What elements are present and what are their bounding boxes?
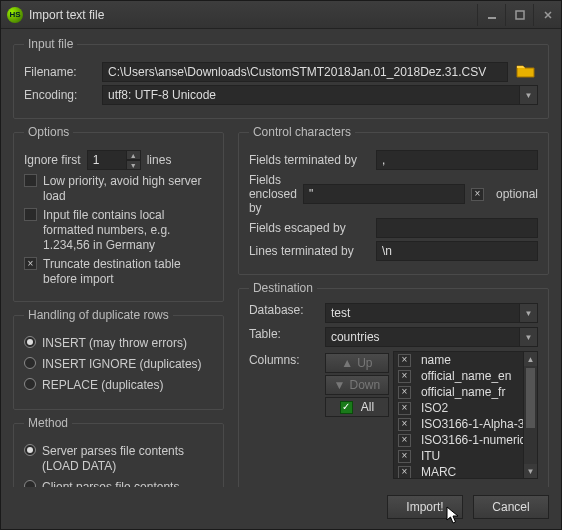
up-arrow-icon: ▲ [341, 356, 353, 370]
method-server-label: Server parses file contents (LOAD DATA) [42, 444, 213, 474]
window-title: Import text file [29, 8, 477, 22]
close-button[interactable] [533, 4, 561, 26]
lines-term-input[interactable] [376, 241, 538, 261]
fields-encl-input[interactable] [303, 184, 465, 204]
control-chars-group: Control characters Fields terminated by … [238, 125, 549, 275]
input-file-group: Input file Filename: Encoding: ▼ [13, 37, 549, 119]
titlebar[interactable]: HS Import text file [1, 1, 561, 29]
cancel-button[interactable]: Cancel [473, 495, 549, 519]
truncate-checkbox[interactable] [24, 257, 37, 270]
input-file-legend: Input file [24, 37, 77, 51]
table-label: Table: [249, 327, 319, 341]
dup-insert-radio[interactable] [24, 336, 36, 348]
method-legend: Method [24, 416, 72, 430]
import-button[interactable]: Import! [387, 495, 463, 519]
database-label: Database: [249, 303, 319, 317]
list-item: ISO2 [394, 400, 537, 416]
destination-legend: Destination [249, 281, 317, 295]
database-dropdown-icon[interactable]: ▼ [520, 303, 538, 323]
minimize-button[interactable] [477, 4, 505, 26]
fields-esc-input[interactable] [376, 218, 538, 238]
options-group: Options Ignore first ▲ ▼ lines [13, 125, 224, 302]
database-select[interactable] [325, 303, 520, 323]
scroll-thumb[interactable] [526, 368, 535, 428]
low-priority-checkbox[interactable] [24, 174, 37, 187]
truncate-label: Truncate destination table before import [43, 257, 213, 287]
ignore-first-input[interactable] [87, 150, 127, 170]
duplicates-group: Handling of duplicate rows INSERT (may t… [13, 308, 224, 410]
encoding-dropdown-icon[interactable]: ▼ [520, 85, 538, 105]
table-dropdown-icon[interactable]: ▼ [520, 327, 538, 347]
lines-label: lines [147, 153, 172, 167]
list-item: ISO3166-1-numeric [394, 432, 537, 448]
down-button[interactable]: ▼Down [325, 375, 389, 395]
columns-scrollbar[interactable]: ▲ ▼ [523, 352, 537, 478]
destination-group: Destination Database: ▼ Table: ▼ Columns… [238, 281, 549, 487]
fields-term-label: Fields terminated by [249, 153, 370, 167]
list-item: official_name_en [394, 368, 537, 384]
low-priority-label: Low priority, avoid high server load [43, 174, 213, 204]
options-legend: Options [24, 125, 73, 139]
method-group: Method Server parses file contents (LOAD… [13, 416, 224, 487]
method-server-radio[interactable] [24, 444, 36, 456]
fields-esc-label: Fields escaped by [249, 221, 370, 235]
columns-label: Columns: [249, 351, 319, 367]
optional-checkbox[interactable] [471, 188, 484, 201]
list-item: ISO3166-1-Alpha-3 [394, 416, 537, 432]
method-client-radio[interactable] [24, 480, 36, 487]
svg-rect-1 [516, 11, 524, 19]
method-client-label: Client parses file contents [42, 480, 179, 487]
control-chars-legend: Control characters [249, 125, 355, 139]
svg-rect-0 [488, 17, 496, 19]
dup-ignore-label: INSERT IGNORE (duplicates) [42, 357, 202, 372]
down-arrow-icon: ▼ [334, 378, 346, 392]
ignore-first-label: Ignore first [24, 153, 81, 167]
dialog-footer: Import! Cancel [1, 487, 561, 529]
local-numbers-label: Input file contains local formatted numb… [43, 208, 213, 253]
scroll-down-icon[interactable]: ▼ [524, 464, 537, 478]
dup-insert-label: INSERT (may throw errors) [42, 336, 187, 351]
import-dialog: HS Import text file Input file Filename: [0, 0, 562, 530]
scroll-up-icon[interactable]: ▲ [524, 352, 537, 366]
list-item: ITU [394, 448, 537, 464]
app-icon: HS [7, 7, 23, 23]
spin-up-icon[interactable]: ▲ [127, 150, 141, 160]
filename-input[interactable] [102, 62, 508, 82]
list-item: MARC [394, 464, 537, 479]
filename-label: Filename: [24, 65, 94, 79]
up-button[interactable]: ▲Up [325, 353, 389, 373]
encoding-label: Encoding: [24, 88, 94, 102]
list-item: name [394, 352, 537, 368]
lines-term-label: Lines terminated by [249, 244, 370, 258]
duplicates-legend: Handling of duplicate rows [24, 308, 173, 322]
maximize-button[interactable] [505, 4, 533, 26]
dup-replace-label: REPLACE (duplicates) [42, 378, 163, 393]
check-all-icon [340, 401, 353, 414]
list-item: official_name_fr [394, 384, 537, 400]
dup-ignore-radio[interactable] [24, 357, 36, 369]
columns-listbox[interactable]: name official_name_en official_name_fr I… [393, 351, 538, 479]
optional-label: optional [496, 187, 538, 201]
all-button[interactable]: All [325, 397, 389, 417]
spin-down-icon[interactable]: ▼ [127, 160, 141, 170]
fields-encl-label: Fields enclosed by [249, 173, 297, 215]
dup-replace-radio[interactable] [24, 378, 36, 390]
local-numbers-checkbox[interactable] [24, 208, 37, 221]
browse-button[interactable] [516, 62, 538, 82]
table-select[interactable] [325, 327, 520, 347]
fields-term-input[interactable] [376, 150, 538, 170]
encoding-select[interactable] [102, 85, 520, 105]
